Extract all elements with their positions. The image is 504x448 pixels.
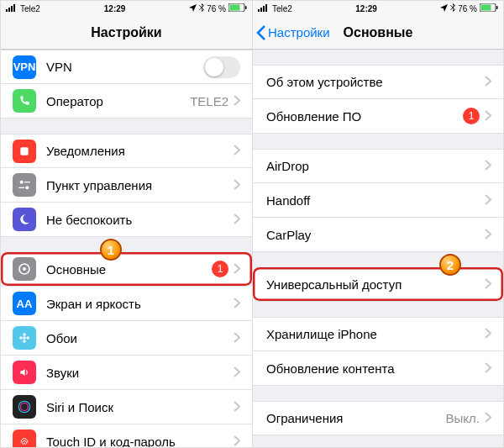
svg-rect-21 [258,9,260,12]
status-bar: Tele2 12:29 76 % [1,1,252,16]
time-label: 12:29 [104,4,126,13]
svg-point-16 [23,340,26,343]
row-label: Уведомления [46,144,234,158]
row-wallpaper[interactable]: Обои [1,321,252,356]
svg-point-18 [26,336,29,340]
siri-icon [13,395,36,419]
location-icon [440,4,448,13]
svg-point-20 [21,403,29,411]
bluetooth-icon [199,3,204,13]
svg-point-8 [20,181,24,184]
chevron-right-icon [234,213,240,227]
row-label: Оператор [46,94,190,108]
svg-rect-2 [11,6,13,12]
moon-icon [13,208,36,231]
svg-rect-7 [20,147,28,155]
general-screen: Tele2 12:29 76 % Настройки Осн [252,1,503,447]
chevron-right-icon [485,228,491,242]
time-label: 12:29 [355,4,377,13]
row-label: Touch ID и код-пароль [46,435,234,448]
chevron-left-icon [256,25,266,40]
phone-icon [13,89,36,113]
row-carrier[interactable]: Оператор TELE2 [1,84,252,119]
row-label: Siri и Поиск [46,400,234,414]
status-bar: Tele2 12:29 76 % [253,1,503,16]
row-display[interactable]: AA Экран и яркость [1,287,252,321]
row-carplay[interactable]: CarPlay [253,218,503,252]
svg-rect-1 [8,8,10,12]
svg-point-17 [19,336,23,340]
battery-icon [228,3,247,13]
callout-marker-1: 1 [100,239,122,261]
row-about[interactable]: Об этом устройстве [253,65,503,99]
svg-rect-27 [496,6,498,9]
chevron-right-icon [234,94,240,108]
row-label: CarPlay [266,228,485,242]
back-button[interactable]: Настройки [253,25,330,40]
gear-icon [13,257,36,281]
fingerprint-icon [13,430,36,447]
row-label: Обои [46,331,234,345]
svg-rect-5 [230,5,240,11]
update-badge: 1 [463,108,480,124]
flower-icon [13,326,36,350]
row-sounds[interactable]: Звуки [1,356,252,390]
page-title: Настройки [1,25,252,40]
row-control-center[interactable]: Пункт управления [1,168,252,203]
row-restrictions[interactable]: Ограничения Выкл. [253,401,503,435]
row-notifications[interactable]: Уведомления [1,134,252,168]
vpn-icon: VPN [13,55,36,79]
row-background-refresh[interactable]: Обновление контента [253,351,503,386]
chevron-right-icon [234,366,240,380]
back-label: Настройки [268,25,330,40]
display-icon: AA [13,292,36,315]
callout-marker-2: 2 [439,254,461,276]
notifications-icon [13,140,36,163]
row-touchid[interactable]: Touch ID и код-пароль [1,424,252,447]
row-label: Handoff [266,193,485,208]
chevron-right-icon [485,411,491,425]
chevron-right-icon [234,331,240,345]
svg-rect-0 [6,9,8,12]
row-label: Об этом устройстве [266,75,485,89]
row-software-update[interactable]: Обновление ПО 1 [253,99,503,134]
row-storage[interactable]: Хранилище iPhone [253,317,503,351]
control-center-icon [13,173,36,197]
row-label: AirDrop [266,159,485,173]
row-label: Не беспокоить [46,213,234,227]
svg-point-15 [23,333,26,336]
row-label: Экран и яркость [46,297,234,311]
row-general[interactable]: Основные 1 [1,252,252,287]
carrier-label: Tele2 [272,4,292,13]
row-handoff[interactable]: Handoff [253,183,503,218]
row-detail: TELE2 [190,94,228,108]
nav-bar: Настройки [1,16,252,50]
nav-bar: Настройки Основные [253,16,503,50]
chevron-right-icon [485,159,491,173]
row-label: Пункт управления [46,178,234,192]
chevron-right-icon [485,277,491,292]
row-label: Обновление контента [266,361,485,376]
battery-icon [480,3,498,13]
row-label: Ограничения [266,411,446,425]
signal-icon [6,4,18,13]
battery-label: 76 % [207,4,226,13]
row-label: Обновление ПО [266,109,463,124]
bluetooth-icon [450,3,455,13]
row-siri[interactable]: Siri и Поиск [1,390,252,424]
row-label: Звуки [46,366,234,380]
chevron-right-icon [234,297,240,311]
row-vpn[interactable]: VPN VPN [1,50,252,84]
location-icon [189,4,197,13]
row-airdrop[interactable]: AirDrop [253,149,503,183]
settings-screen: Tele2 12:29 76 % Настройки [1,1,252,447]
svg-point-13 [23,267,26,271]
row-dnd[interactable]: Не беспокоить [1,203,252,237]
battery-label: 76 % [458,4,477,13]
vpn-toggle[interactable] [203,56,240,78]
svg-rect-6 [245,6,247,9]
svg-rect-3 [13,4,15,12]
update-badge: 1 [212,261,228,277]
row-accessibility[interactable]: Универсальный доступ [253,267,503,302]
row-label: Хранилище iPhone [266,327,485,341]
